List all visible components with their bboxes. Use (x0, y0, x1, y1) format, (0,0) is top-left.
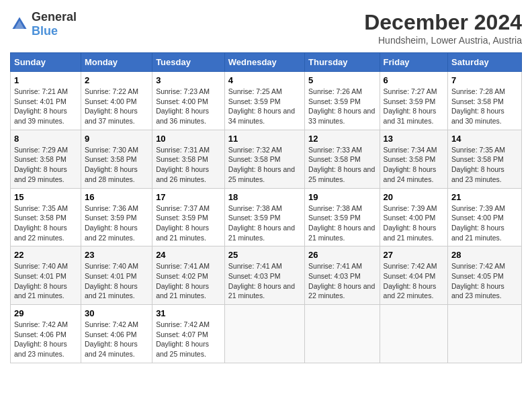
day-number: 22 (14, 250, 77, 260)
col-header-thursday: Thursday (305, 53, 380, 72)
week-row-4: 22 Sunrise: 7:40 AM Sunset: 4:01 PM Dayl… (11, 246, 522, 305)
day-cell-28: 28 Sunrise: 7:42 AM Sunset: 4:05 PM Dayl… (448, 246, 522, 305)
day-number: 26 (308, 250, 376, 260)
day-cell-3: 3 Sunrise: 7:23 AM Sunset: 4:00 PM Dayli… (152, 72, 225, 130)
day-info: Sunrise: 7:36 AM Sunset: 3:59 PM Dayligh… (85, 203, 148, 243)
empty-cell (380, 305, 447, 363)
day-number: 5 (308, 75, 376, 85)
day-number: 12 (308, 134, 376, 144)
day-cell-24: 24 Sunrise: 7:41 AM Sunset: 4:02 PM Dayl… (152, 246, 225, 305)
day-cell-1: 1 Sunrise: 7:21 AM Sunset: 4:01 PM Dayli… (11, 72, 81, 130)
day-cell-27: 27 Sunrise: 7:42 AM Sunset: 4:04 PM Dayl… (380, 246, 447, 305)
week-row-2: 8 Sunrise: 7:29 AM Sunset: 3:58 PM Dayli… (11, 130, 522, 188)
day-number: 19 (308, 192, 376, 202)
day-number: 31 (156, 308, 221, 318)
day-number: 24 (156, 250, 221, 260)
month-title: December 2024 (364, 10, 522, 35)
day-cell-8: 8 Sunrise: 7:29 AM Sunset: 3:58 PM Dayli… (11, 130, 81, 188)
day-cell-29: 29 Sunrise: 7:42 AM Sunset: 4:06 PM Dayl… (11, 305, 81, 363)
day-cell-16: 16 Sunrise: 7:36 AM Sunset: 3:59 PM Dayl… (81, 188, 152, 246)
day-info: Sunrise: 7:25 AM Sunset: 3:59 PM Dayligh… (228, 87, 301, 126)
day-info: Sunrise: 7:23 AM Sunset: 4:00 PM Dayligh… (156, 87, 221, 126)
calendar-table: SundayMondayTuesdayWednesdayThursdayFrid… (10, 52, 522, 363)
col-header-wednesday: Wednesday (224, 53, 304, 72)
day-cell-13: 13 Sunrise: 7:34 AM Sunset: 3:58 PM Dayl… (380, 130, 447, 188)
day-number: 28 (451, 250, 518, 260)
day-info: Sunrise: 7:31 AM Sunset: 3:58 PM Dayligh… (156, 145, 221, 185)
day-number: 16 (85, 192, 148, 202)
day-info: Sunrise: 7:42 AM Sunset: 4:06 PM Dayligh… (14, 320, 77, 359)
day-info: Sunrise: 7:21 AM Sunset: 4:01 PM Dayligh… (14, 87, 77, 126)
day-info: Sunrise: 7:39 AM Sunset: 4:00 PM Dayligh… (451, 203, 518, 243)
day-info: Sunrise: 7:40 AM Sunset: 4:01 PM Dayligh… (14, 261, 77, 301)
day-number: 18 (228, 192, 301, 202)
logo-blue: Blue (32, 24, 58, 38)
logo-general: General (32, 10, 77, 24)
day-info: Sunrise: 7:34 AM Sunset: 3:58 PM Dayligh… (384, 145, 444, 185)
day-cell-5: 5 Sunrise: 7:26 AM Sunset: 3:59 PM Dayli… (305, 72, 380, 130)
day-cell-10: 10 Sunrise: 7:31 AM Sunset: 3:58 PM Dayl… (152, 130, 225, 188)
day-number: 27 (384, 250, 444, 260)
day-number: 6 (384, 75, 444, 85)
day-number: 17 (156, 192, 221, 202)
day-cell-25: 25 Sunrise: 7:41 AM Sunset: 4:03 PM Dayl… (224, 246, 304, 305)
day-number: 15 (14, 192, 77, 202)
col-header-saturday: Saturday (448, 53, 522, 72)
day-info: Sunrise: 7:41 AM Sunset: 4:03 PM Dayligh… (308, 261, 376, 301)
day-info: Sunrise: 7:38 AM Sunset: 3:59 PM Dayligh… (308, 203, 376, 243)
day-number: 20 (384, 192, 444, 202)
day-number: 29 (14, 308, 77, 318)
day-cell-15: 15 Sunrise: 7:35 AM Sunset: 3:58 PM Dayl… (11, 188, 81, 246)
week-row-3: 15 Sunrise: 7:35 AM Sunset: 3:58 PM Dayl… (11, 188, 522, 246)
page-header: General Blue December 2024 Hundsheim, Lo… (10, 10, 522, 46)
day-number: 14 (451, 134, 518, 144)
title-area: December 2024 Hundsheim, Lower Austria, … (364, 10, 522, 46)
day-number: 11 (228, 134, 301, 144)
day-info: Sunrise: 7:42 AM Sunset: 4:06 PM Dayligh… (85, 320, 148, 359)
day-number: 23 (85, 250, 148, 260)
day-info: Sunrise: 7:41 AM Sunset: 4:02 PM Dayligh… (156, 261, 221, 301)
col-header-monday: Monday (81, 53, 152, 72)
day-info: Sunrise: 7:33 AM Sunset: 3:58 PM Dayligh… (308, 145, 376, 185)
day-info: Sunrise: 7:37 AM Sunset: 3:59 PM Dayligh… (156, 203, 221, 243)
day-cell-31: 31 Sunrise: 7:42 AM Sunset: 4:07 PM Dayl… (152, 305, 225, 363)
day-number: 13 (384, 134, 444, 144)
day-info: Sunrise: 7:42 AM Sunset: 4:04 PM Dayligh… (384, 261, 444, 301)
header-row: SundayMondayTuesdayWednesdayThursdayFrid… (11, 53, 522, 72)
col-header-friday: Friday (380, 53, 447, 72)
day-number: 2 (85, 75, 148, 85)
day-cell-17: 17 Sunrise: 7:37 AM Sunset: 3:59 PM Dayl… (152, 188, 225, 246)
empty-cell (224, 305, 304, 363)
day-cell-21: 21 Sunrise: 7:39 AM Sunset: 4:00 PM Dayl… (448, 188, 522, 246)
day-cell-4: 4 Sunrise: 7:25 AM Sunset: 3:59 PM Dayli… (224, 72, 304, 130)
day-number: 9 (85, 134, 148, 144)
day-cell-12: 12 Sunrise: 7:33 AM Sunset: 3:58 PM Dayl… (305, 130, 380, 188)
location-subtitle: Hundsheim, Lower Austria, Austria (364, 35, 522, 46)
day-cell-14: 14 Sunrise: 7:35 AM Sunset: 3:58 PM Dayl… (448, 130, 522, 188)
day-info: Sunrise: 7:35 AM Sunset: 3:58 PM Dayligh… (451, 145, 518, 185)
day-number: 3 (156, 75, 221, 85)
day-info: Sunrise: 7:28 AM Sunset: 3:58 PM Dayligh… (451, 87, 518, 126)
day-cell-11: 11 Sunrise: 7:32 AM Sunset: 3:58 PM Dayl… (224, 130, 304, 188)
day-info: Sunrise: 7:30 AM Sunset: 3:58 PM Dayligh… (85, 145, 148, 185)
day-cell-30: 30 Sunrise: 7:42 AM Sunset: 4:06 PM Dayl… (81, 305, 152, 363)
day-cell-18: 18 Sunrise: 7:38 AM Sunset: 3:59 PM Dayl… (224, 188, 304, 246)
day-cell-22: 22 Sunrise: 7:40 AM Sunset: 4:01 PM Dayl… (11, 246, 81, 305)
day-cell-6: 6 Sunrise: 7:27 AM Sunset: 3:59 PM Dayli… (380, 72, 447, 130)
empty-cell (305, 305, 380, 363)
day-number: 21 (451, 192, 518, 202)
day-cell-26: 26 Sunrise: 7:41 AM Sunset: 4:03 PM Dayl… (305, 246, 380, 305)
day-info: Sunrise: 7:39 AM Sunset: 4:00 PM Dayligh… (384, 203, 444, 243)
day-number: 25 (228, 250, 301, 260)
day-cell-20: 20 Sunrise: 7:39 AM Sunset: 4:00 PM Dayl… (380, 188, 447, 246)
empty-cell (448, 305, 522, 363)
day-number: 7 (451, 75, 518, 85)
day-info: Sunrise: 7:32 AM Sunset: 3:58 PM Dayligh… (228, 145, 301, 185)
day-info: Sunrise: 7:27 AM Sunset: 3:59 PM Dayligh… (384, 87, 444, 126)
week-row-5: 29 Sunrise: 7:42 AM Sunset: 4:06 PM Dayl… (11, 305, 522, 363)
day-info: Sunrise: 7:42 AM Sunset: 4:07 PM Dayligh… (156, 320, 221, 359)
col-header-sunday: Sunday (11, 53, 81, 72)
day-info: Sunrise: 7:41 AM Sunset: 4:03 PM Dayligh… (228, 261, 301, 301)
week-row-1: 1 Sunrise: 7:21 AM Sunset: 4:01 PM Dayli… (11, 72, 522, 130)
logo: General Blue (10, 10, 77, 38)
